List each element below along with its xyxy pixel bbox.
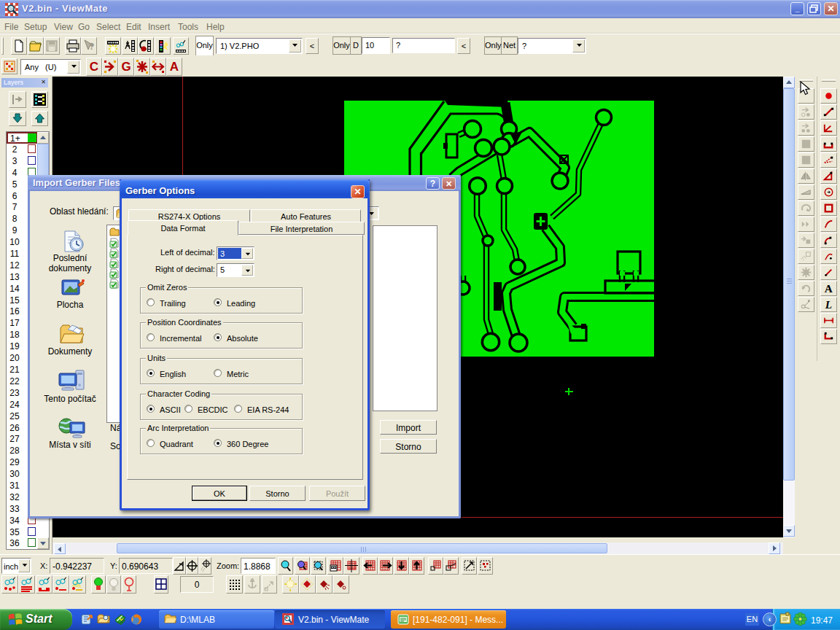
svg-text:A: A: [825, 282, 833, 295]
svg-text:L: L: [825, 298, 832, 311]
svg-text:?: ?: [89, 42, 94, 52]
